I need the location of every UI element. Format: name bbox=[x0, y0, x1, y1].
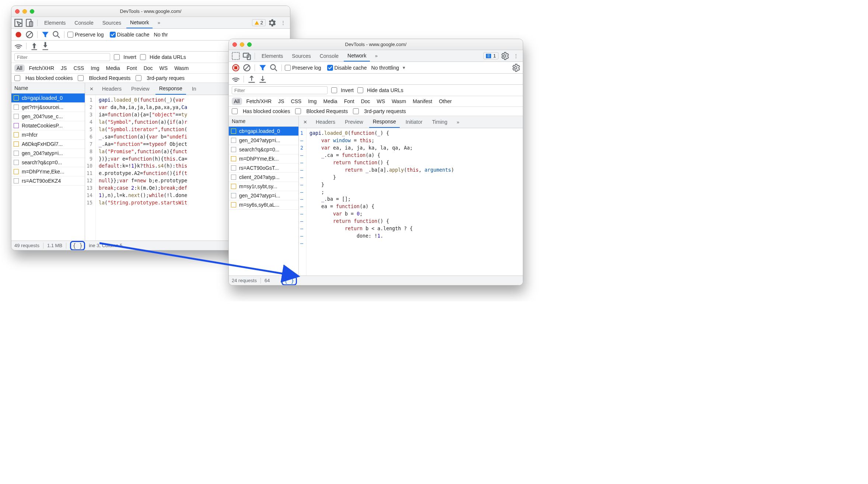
request-row[interactable]: gen_204?atyp=i... bbox=[11, 149, 85, 158]
type-font[interactable]: Font bbox=[125, 64, 139, 72]
tab-sources[interactable]: Sources bbox=[288, 51, 314, 61]
invert-checkbox[interactable] bbox=[114, 54, 120, 60]
blocked-cookies-checkbox[interactable] bbox=[232, 108, 238, 114]
dtab-preview[interactable]: Preview bbox=[341, 116, 367, 127]
throttling-select[interactable]: No thr bbox=[154, 32, 168, 38]
hide-data-checkbox[interactable] bbox=[140, 54, 146, 60]
dtab-response[interactable]: Response bbox=[369, 116, 400, 128]
filter-input[interactable] bbox=[14, 53, 110, 61]
inspect-icon[interactable] bbox=[231, 51, 241, 61]
request-row[interactable]: client_204?atyp... bbox=[229, 173, 298, 182]
tab-elements[interactable]: Elements bbox=[41, 18, 69, 28]
close-icon[interactable] bbox=[232, 42, 237, 47]
dtab-preview[interactable]: Preview bbox=[127, 83, 153, 94]
network-settings-icon[interactable] bbox=[511, 63, 521, 73]
invert-checkbox[interactable] bbox=[331, 87, 337, 93]
inspect-icon[interactable] bbox=[14, 18, 23, 28]
request-row[interactable]: search?q&cp=0... bbox=[11, 158, 85, 167]
type-css[interactable]: CSS bbox=[288, 98, 304, 105]
request-row[interactable]: gen_204?atyp=i... bbox=[229, 191, 298, 200]
upload-icon[interactable] bbox=[29, 41, 39, 51]
tab-console[interactable]: Console bbox=[71, 18, 97, 28]
type-css[interactable]: CSS bbox=[71, 64, 86, 72]
name-column-header[interactable]: Name bbox=[229, 116, 298, 127]
request-row[interactable]: rs=ACT90oEKZ4 bbox=[11, 176, 85, 186]
request-row[interactable]: A6DkqFxHDGl7... bbox=[11, 140, 85, 149]
device-icon[interactable] bbox=[25, 18, 34, 28]
request-row[interactable]: m=DhPYme,Eke... bbox=[11, 167, 85, 176]
third-party-checkbox[interactable] bbox=[136, 75, 141, 81]
request-row[interactable]: m=sy1r,sybt,sy... bbox=[229, 182, 298, 191]
issues-badge[interactable]: 1 bbox=[483, 52, 498, 59]
type-fetch/xhr[interactable]: Fetch/XHR bbox=[27, 64, 56, 72]
type-fetch/xhr[interactable]: Fetch/XHR bbox=[244, 98, 274, 105]
request-row[interactable]: m=DhPYme,Ek... bbox=[229, 154, 298, 164]
type-media[interactable]: Media bbox=[321, 98, 340, 105]
type-media[interactable]: Media bbox=[104, 64, 122, 72]
more-tabs-icon[interactable]: » bbox=[154, 18, 164, 28]
search-icon[interactable] bbox=[269, 63, 279, 73]
device-icon[interactable] bbox=[242, 51, 252, 61]
preserve-log-checkbox[interactable] bbox=[67, 32, 73, 38]
request-row[interactable]: search?q&cp=0... bbox=[229, 145, 298, 154]
network-conditions-icon[interactable] bbox=[231, 74, 241, 84]
type-wasm[interactable]: Wasm bbox=[172, 64, 191, 72]
clear-icon[interactable] bbox=[25, 30, 34, 39]
request-row[interactable]: cb=gapi.loaded_0 bbox=[11, 94, 85, 103]
filter-icon[interactable] bbox=[258, 63, 267, 73]
kebab-icon[interactable]: ⋮ bbox=[278, 18, 288, 28]
minimize-icon[interactable] bbox=[240, 42, 244, 47]
request-row[interactable]: cb=gapi.loaded_0 bbox=[229, 127, 298, 136]
request-row[interactable]: gen_204?use_c... bbox=[11, 112, 85, 121]
type-font[interactable]: Font bbox=[342, 98, 357, 105]
type-other[interactable]: Other bbox=[437, 98, 454, 105]
filter-input[interactable] bbox=[232, 86, 328, 94]
kebab-icon[interactable]: ⋮ bbox=[511, 51, 521, 61]
dtab-headers[interactable]: Headers bbox=[312, 116, 339, 127]
type-img[interactable]: Img bbox=[88, 64, 101, 72]
maximize-icon[interactable] bbox=[30, 9, 34, 14]
type-all[interactable]: All bbox=[232, 98, 242, 105]
dtab-initiator[interactable]: Initiator bbox=[402, 116, 426, 127]
request-row[interactable]: m=hfcr bbox=[11, 130, 85, 140]
tab-console[interactable]: Console bbox=[316, 51, 342, 61]
settings-icon[interactable] bbox=[500, 51, 510, 61]
pretty-print-button[interactable]: { } bbox=[281, 276, 297, 285]
tab-elements[interactable]: Elements bbox=[258, 51, 287, 61]
request-row[interactable]: RotateCookiesP... bbox=[11, 121, 85, 130]
response-code[interactable]: 1 – 2 – – – – – – – – – – – – – gapi.loa… bbox=[299, 128, 523, 276]
dtab-headers[interactable]: Headers bbox=[98, 83, 125, 94]
type-all[interactable]: All bbox=[14, 64, 25, 72]
dtab-timing[interactable]: Timing bbox=[428, 116, 451, 127]
maximize-icon[interactable] bbox=[247, 42, 252, 47]
close-detail-icon[interactable]: ✕ bbox=[87, 84, 96, 94]
type-manifest[interactable]: Manifest bbox=[410, 98, 434, 105]
warnings-badge[interactable]: 2 bbox=[252, 19, 266, 26]
type-wasm[interactable]: Wasm bbox=[389, 98, 408, 105]
disable-cache-checkbox[interactable] bbox=[327, 65, 333, 71]
hide-data-checkbox[interactable] bbox=[357, 87, 363, 93]
download-icon[interactable] bbox=[41, 41, 50, 51]
name-column-header[interactable]: Name bbox=[11, 83, 85, 94]
settings-icon[interactable] bbox=[267, 18, 277, 28]
tab-network[interactable]: Network bbox=[126, 17, 153, 28]
minimize-icon[interactable] bbox=[22, 9, 27, 14]
blocked-req-checkbox[interactable] bbox=[295, 108, 301, 114]
dtab-response[interactable]: Response bbox=[155, 83, 186, 95]
close-detail-icon[interactable]: ✕ bbox=[300, 117, 310, 127]
tab-sources[interactable]: Sources bbox=[99, 18, 125, 28]
blocked-req-checkbox[interactable] bbox=[78, 75, 84, 81]
type-ws[interactable]: WS bbox=[157, 64, 170, 72]
download-icon[interactable] bbox=[258, 74, 267, 84]
clear-icon[interactable] bbox=[242, 63, 252, 73]
upload-icon[interactable] bbox=[247, 74, 256, 84]
record-icon[interactable] bbox=[14, 30, 23, 39]
request-row[interactable]: gen_204?atyp=i... bbox=[229, 136, 298, 145]
filter-icon[interactable] bbox=[41, 30, 50, 39]
request-row[interactable]: m=sy6s,sy6t,aL... bbox=[229, 200, 298, 210]
pretty-print-button[interactable]: { } bbox=[70, 241, 85, 250]
third-party-checkbox[interactable] bbox=[353, 108, 359, 114]
type-js[interactable]: JS bbox=[276, 98, 286, 105]
blocked-cookies-checkbox[interactable] bbox=[14, 75, 20, 81]
more-tabs-icon[interactable]: » bbox=[453, 117, 463, 127]
